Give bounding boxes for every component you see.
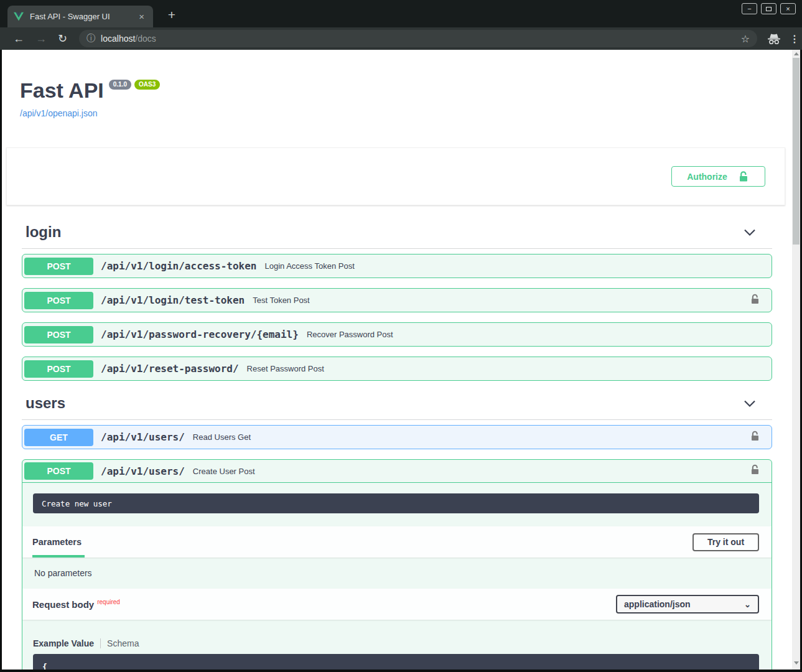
section-endpoints: POST /api/v1/login/access-token Login Ac… xyxy=(22,254,772,381)
endpoint-path: /api/v1/reset-password/ xyxy=(101,363,239,375)
select-chevron-icon: ⌄ xyxy=(744,600,751,609)
url-bar[interactable]: ⓘ localhost/docs ☆ xyxy=(79,30,757,47)
section-header[interactable]: login xyxy=(22,220,772,249)
window-bottom-edge xyxy=(0,670,802,672)
endpoint-row[interactable]: POST /api/v1/login/test-token Test Token… xyxy=(22,289,772,312)
media-type-select[interactable]: application/json ⌄ xyxy=(616,595,759,614)
bookmark-star-icon[interactable]: ☆ xyxy=(741,33,750,45)
chevron-down-icon[interactable] xyxy=(744,399,756,408)
tab-divider xyxy=(100,638,101,648)
no-parameters-text: No parameters xyxy=(22,558,772,589)
scrollbar-thumb[interactable] xyxy=(793,58,800,245)
endpoint-block: POST /api/v1/login/test-token Test Token… xyxy=(22,288,772,312)
method-badge: POST xyxy=(24,258,93,275)
forward-icon: → xyxy=(35,33,47,44)
scroll-down-icon[interactable] xyxy=(792,659,800,667)
endpoint-summary: Read Users Get xyxy=(193,432,251,442)
method-badge: POST xyxy=(24,462,93,480)
operation-body: Create new user Parameters Try it out No… xyxy=(22,493,772,670)
endpoint-block: POST /api/v1/users/ Create User Post Cre… xyxy=(22,459,772,670)
oas-badge: OAS3 xyxy=(134,80,160,90)
endpoint-summary: Login Access Token Post xyxy=(264,261,354,271)
lock-icon[interactable] xyxy=(749,430,761,445)
endpoint-block: POST /api/v1/password-recovery/{email} R… xyxy=(22,322,772,347)
endpoint-summary: Recover Password Post xyxy=(307,330,393,339)
section-header[interactable]: users xyxy=(22,391,772,420)
reload-icon[interactable]: ↻ xyxy=(58,33,67,44)
browser-menu-icon[interactable]: ⋮ xyxy=(790,33,800,45)
page-scrollbar[interactable] xyxy=(792,50,800,670)
window-close-button[interactable]: × xyxy=(780,3,796,14)
tab-close-icon[interactable]: × xyxy=(136,11,147,22)
operation-description: Create new user xyxy=(33,493,759,513)
endpoint-row[interactable]: POST /api/v1/login/access-token Login Ac… xyxy=(22,254,772,278)
back-icon[interactable]: ← xyxy=(13,33,24,44)
endpoint-block: GET /api/v1/users/ Read Users Get xyxy=(22,425,772,449)
browser-toolbar: ← → ↻ ⓘ localhost/docs ☆ ⋮ xyxy=(0,27,802,50)
endpoint-summary: Create User Post xyxy=(193,467,255,476)
request-body-header: Request bodyrequired application/json ⌄ xyxy=(22,589,772,620)
url-host: localhost xyxy=(101,34,135,44)
method-badge: POST xyxy=(24,292,93,309)
endpoint-path: /api/v1/users/ xyxy=(101,465,185,477)
method-badge: POST xyxy=(24,326,93,343)
favicon-icon xyxy=(14,12,24,21)
chevron-down-icon[interactable] xyxy=(744,228,756,236)
window-maximize-button[interactable] xyxy=(761,3,776,14)
api-tag-section: login POST /api/v1/login/access-token Lo… xyxy=(22,220,772,381)
endpoint-row[interactable]: POST /api/v1/reset-password/ Reset Passw… xyxy=(22,357,772,380)
endpoint-path: /api/v1/users/ xyxy=(101,431,185,443)
scroll-up-icon[interactable] xyxy=(792,50,800,58)
parameters-tab: Parameters xyxy=(32,526,85,558)
endpoint-block: POST /api/v1/reset-password/ Reset Passw… xyxy=(22,357,772,381)
endpoint-path: /api/v1/login/access-token xyxy=(101,260,256,272)
endpoint-path: /api/v1/login/test-token xyxy=(101,294,245,306)
lock-icon[interactable] xyxy=(749,464,761,478)
version-badge: 0.1.0 xyxy=(109,80,131,90)
endpoint-block: POST /api/v1/login/access-token Login Ac… xyxy=(22,254,772,278)
endpoint-summary: Reset Password Post xyxy=(247,364,324,373)
example-code-block: { xyxy=(33,654,759,670)
endpoint-row[interactable]: POST /api/v1/users/ Create User Post xyxy=(22,460,772,483)
new-tab-button[interactable]: + xyxy=(163,7,180,22)
page-info-icon[interactable]: ⓘ xyxy=(86,33,95,44)
browser-titlebar: Fast API - Swagger UI × + − × xyxy=(0,0,802,27)
request-body-label: Request bodyrequired xyxy=(32,599,120,610)
parameters-header: Parameters Try it out xyxy=(22,526,772,558)
tab-example-value[interactable]: Example Value xyxy=(33,638,94,648)
window-minimize-button[interactable]: − xyxy=(742,3,757,14)
method-badge: POST xyxy=(24,360,93,378)
authorize-button[interactable]: Authorize xyxy=(671,166,765,187)
swagger-page: Fast API 0.1.0 OAS3 /api/v1/openapi.json… xyxy=(2,50,800,670)
browser-tab[interactable]: Fast API - Swagger UI × xyxy=(7,6,153,27)
url-path: /docs xyxy=(135,34,156,44)
scheme-container: Authorize xyxy=(6,147,785,205)
api-sections: login POST /api/v1/login/access-token Lo… xyxy=(22,220,772,670)
endpoint-row[interactable]: POST /api/v1/password-recovery/{email} R… xyxy=(22,323,772,346)
section-title: login xyxy=(26,223,61,241)
api-tag-section: users GET /api/v1/users/ Read Users Get … xyxy=(22,391,772,670)
lock-icon[interactable] xyxy=(749,293,761,308)
tab-schema[interactable]: Schema xyxy=(107,638,139,648)
try-it-out-button[interactable]: Try it out xyxy=(692,533,759,551)
endpoint-row[interactable]: GET /api/v1/users/ Read Users Get xyxy=(22,426,772,449)
page-title: Fast API 0.1.0 OAS3 xyxy=(20,78,160,103)
section-endpoints: GET /api/v1/users/ Read Users Get POST /… xyxy=(22,425,772,670)
endpoint-summary: Test Token Post xyxy=(253,296,310,305)
incognito-icon xyxy=(767,33,781,45)
unlock-icon xyxy=(737,170,750,183)
endpoint-path: /api/v1/password-recovery/{email} xyxy=(101,329,299,340)
required-flag: required xyxy=(97,599,120,605)
method-badge: GET xyxy=(24,429,93,446)
section-title: users xyxy=(26,394,65,412)
tab-title: Fast API - Swagger UI xyxy=(30,12,136,21)
openapi-spec-link[interactable]: /api/v1/openapi.json xyxy=(20,108,98,118)
